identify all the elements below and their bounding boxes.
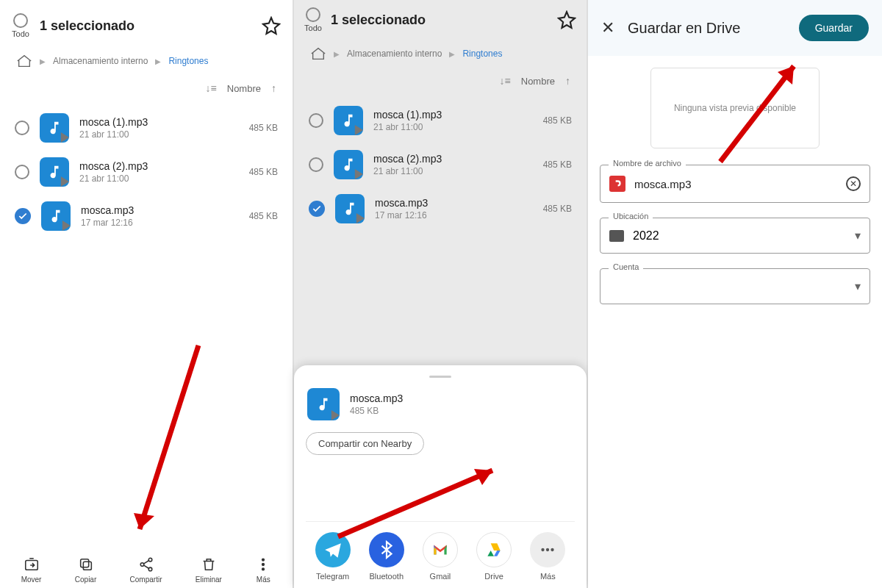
sort-icon[interactable]: ↓≡ [206, 82, 217, 94]
page-title: 1 seleccionado [40, 18, 251, 34]
filename-input[interactable] [634, 178, 837, 190]
location-label: Ubicación [609, 212, 653, 220]
file-name: mosca (1).mp3 [373, 109, 533, 121]
audio-file-icon [40, 113, 69, 143]
select-all-label: Todo [12, 29, 29, 38]
svg-point-6 [262, 559, 265, 561]
file-row[interactable]: mosca (2).mp321 abr 11:00 485 KB [306, 143, 575, 187]
file-name: mosca (2).mp3 [373, 153, 533, 165]
annotation-arrow [96, 331, 213, 551]
file-row[interactable]: mosca.mp317 mar 12:16 485 KB [12, 194, 281, 238]
chevron-down-icon: ▾ [855, 229, 861, 243]
svg-point-12 [546, 548, 549, 551]
file-name: mosca.mp3 [375, 197, 533, 209]
sort-label[interactable]: Nombre [521, 76, 555, 87]
file-size: 485 KB [249, 167, 278, 177]
file-checkbox[interactable] [309, 113, 323, 128]
file-row[interactable]: mosca (1).mp321 abr 11:00 485 KB [12, 106, 281, 150]
chevron-down-icon: ▾ [855, 279, 861, 293]
preview-box: Ninguna vista previa disponible [650, 68, 820, 148]
chevron-icon: ▶ [334, 50, 340, 58]
file-size: 485 KB [543, 115, 572, 126]
share-file-name: mosca.mp3 [350, 392, 403, 404]
page-title: Guardar en Drive [628, 20, 786, 37]
chevron-icon: ▶ [449, 50, 455, 58]
file-size: 485 KB [249, 123, 278, 133]
file-date: 17 mar 12:16 [81, 218, 239, 228]
more-button[interactable]: Más [255, 556, 271, 584]
svg-point-13 [551, 548, 554, 551]
file-checkbox-checked[interactable] [15, 208, 31, 224]
chevron-icon: ▶ [155, 57, 161, 65]
share-app-bluetooth[interactable]: Bluetooth [369, 532, 404, 581]
share-app-drive[interactable]: Drive [476, 532, 512, 581]
file-date: 21 abr 11:00 [79, 173, 239, 184]
file-date: 21 abr 11:00 [373, 166, 533, 176]
file-checkbox[interactable] [309, 157, 323, 172]
share-app-more[interactable]: Más [530, 532, 565, 581]
file-checkbox[interactable] [15, 165, 29, 179]
file-name: mosca (2).mp3 [79, 160, 239, 172]
copy-button[interactable]: Copiar [75, 556, 96, 584]
crumb-root[interactable]: Almacenamiento interno [53, 56, 148, 66]
file-size: 485 KB [543, 204, 572, 214]
crumb-current[interactable]: Ringtones [168, 56, 208, 66]
file-checkbox-checked[interactable] [309, 201, 325, 217]
star-icon[interactable] [557, 10, 576, 29]
file-checkbox[interactable] [15, 121, 29, 135]
close-icon[interactable]: ✕ [601, 18, 614, 37]
file-date: 21 abr 11:00 [373, 122, 533, 132]
file-size: 485 KB [249, 211, 278, 221]
location-dropdown[interactable]: 2022 ▾ [600, 218, 870, 254]
audio-file-icon [334, 106, 363, 135]
sort-direction-icon[interactable]: ↑ [565, 75, 570, 87]
breadcrumb: ▶ Almacenamiento interno ▶ Ringtones [294, 34, 587, 66]
clear-icon[interactable]: ✕ [846, 176, 861, 191]
account-dropdown[interactable]: ▾ [600, 268, 870, 304]
chevron-icon: ▶ [40, 57, 46, 65]
select-all-checkbox[interactable] [13, 13, 28, 28]
delete-button[interactable]: Eliminar [196, 556, 222, 584]
select-all-label: Todo [304, 24, 322, 32]
sort-label[interactable]: Nombre [227, 83, 261, 94]
filename-label: Nombre de archivo [609, 159, 686, 168]
file-row[interactable]: mosca (1).mp321 abr 11:00 485 KB [306, 98, 575, 143]
save-button[interactable]: Guardar [799, 15, 869, 41]
file-date: 17 mar 12:16 [375, 210, 533, 220]
nearby-share-button[interactable]: Compartir con Nearby [306, 432, 424, 455]
svg-marker-10 [134, 513, 154, 529]
svg-rect-2 [80, 559, 88, 567]
audio-file-icon [335, 194, 365, 223]
folder-icon [609, 230, 624, 242]
audio-file-icon [41, 201, 71, 231]
crumb-current[interactable]: Ringtones [462, 49, 502, 59]
file-row[interactable]: mosca.mp317 mar 12:16 485 KB [306, 187, 575, 231]
star-icon[interactable] [262, 16, 281, 35]
sort-direction-icon[interactable]: ↑ [271, 82, 276, 94]
file-date: 21 abr 11:00 [79, 129, 239, 140]
audio-file-icon [334, 150, 363, 179]
sheet-handle[interactable] [429, 376, 451, 378]
home-icon[interactable] [16, 53, 32, 69]
svg-line-9 [140, 345, 198, 529]
share-app-gmail[interactable]: Gmail [423, 532, 458, 581]
svg-rect-1 [83, 562, 91, 570]
svg-point-8 [262, 568, 265, 570]
home-icon[interactable] [310, 46, 326, 62]
account-label: Cuenta [609, 262, 643, 271]
move-button[interactable]: Mover [21, 556, 42, 584]
file-row[interactable]: mosca (2).mp321 abr 11:00 485 KB [12, 150, 281, 194]
file-size: 485 KB [543, 159, 572, 170]
share-file-size: 485 KB [350, 406, 403, 416]
svg-point-7 [262, 564, 265, 566]
select-all-checkbox[interactable] [306, 7, 320, 22]
sort-icon[interactable]: ↓≡ [500, 75, 511, 87]
share-app-telegram[interactable]: Telegram [315, 532, 351, 581]
breadcrumb: ▶ Almacenamiento interno ▶ Ringtones [0, 41, 293, 74]
crumb-root[interactable]: Almacenamiento interno [347, 49, 442, 59]
share-sheet: mosca.mp3485 KB Compartir con Nearby Tel… [294, 365, 587, 588]
share-button[interactable]: Compartir [130, 556, 162, 584]
page-title: 1 seleccionado [331, 12, 548, 28]
svg-point-11 [542, 548, 545, 551]
file-name: mosca (1).mp3 [79, 116, 239, 128]
